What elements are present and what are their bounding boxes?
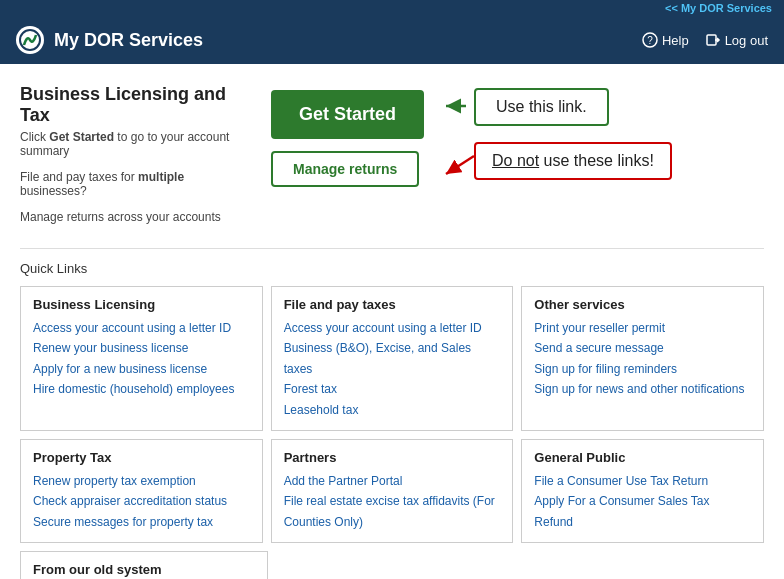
get-started-button[interactable]: Get Started bbox=[271, 90, 424, 139]
top-bar: << My DOR Services bbox=[0, 0, 784, 16]
bl-link-2[interactable]: Apply for a new business license bbox=[33, 359, 250, 379]
os-link-2[interactable]: Sign up for filing reminders bbox=[534, 359, 751, 379]
svg-line-5 bbox=[446, 156, 474, 174]
gp-link-1[interactable]: Apply For a Consumer Sales Tax Refund bbox=[534, 491, 751, 532]
business-heading: Business Licensing and Tax bbox=[20, 84, 251, 126]
my-dor-link[interactable]: << My DOR Services bbox=[665, 2, 772, 14]
card-other-services: Other services Print your reseller permi… bbox=[521, 286, 764, 431]
card-heading-1: File and pay taxes bbox=[284, 297, 501, 312]
header: My DOR Services ? Help Log out bbox=[0, 16, 784, 64]
multiple-text: File and pay taxes for multiple business… bbox=[20, 170, 251, 198]
fpt-link-3[interactable]: Leasehold tax bbox=[284, 400, 501, 420]
logout-button[interactable]: Log out bbox=[705, 32, 768, 48]
os-link-0[interactable]: Print your reseller permit bbox=[534, 318, 751, 338]
gp-link-0[interactable]: File a Consumer Use Tax Return bbox=[534, 471, 751, 491]
card-business-licensing: Business Licensing Access your account u… bbox=[20, 286, 263, 431]
help-button[interactable]: ? Help bbox=[642, 32, 689, 48]
header-title: My DOR Services bbox=[54, 30, 203, 51]
quick-links-title: Quick Links bbox=[20, 261, 764, 276]
card-heading-2: Other services bbox=[534, 297, 751, 312]
business-info: Business Licensing and Tax Click Get Sta… bbox=[20, 84, 251, 236]
use-this-link-callout: Use this link. bbox=[474, 88, 609, 126]
p-link-1[interactable]: File real estate excise tax affidavits (… bbox=[284, 491, 501, 532]
pt-link-1[interactable]: Check appraiser accreditation status bbox=[33, 491, 250, 511]
card-heading-4: Partners bbox=[284, 450, 501, 465]
p-link-0[interactable]: Add the Partner Portal bbox=[284, 471, 501, 491]
bl-link-1[interactable]: Renew your business license bbox=[33, 338, 250, 358]
bl-link-3[interactable]: Hire domestic (household) employees bbox=[33, 379, 250, 399]
manage-returns-button[interactable]: Manage returns bbox=[271, 151, 419, 187]
quick-links-grid: Business Licensing Access your account u… bbox=[20, 286, 764, 543]
os-link-3[interactable]: Sign up for news and other notifications bbox=[534, 379, 751, 399]
fpt-link-1[interactable]: Business (B&O), Excise, and Sales taxes bbox=[284, 338, 501, 379]
card-heading-5: General Public bbox=[534, 450, 751, 465]
os-link-1[interactable]: Send a secure message bbox=[534, 338, 751, 358]
from-old-system-card: From our old system View secure emails s… bbox=[20, 551, 268, 579]
logout-label: Log out bbox=[725, 33, 768, 48]
svg-text:?: ? bbox=[647, 35, 653, 46]
fpt-link-2[interactable]: Forest tax bbox=[284, 379, 501, 399]
card-heading-0: Business Licensing bbox=[33, 297, 250, 312]
card-property-tax: Property Tax Renew property tax exemptio… bbox=[20, 439, 263, 543]
do-not-use-callout: Do not use these links! bbox=[474, 142, 672, 180]
svg-rect-3 bbox=[707, 35, 716, 45]
header-logo bbox=[16, 26, 44, 54]
fpt-link-0[interactable]: Access your account using a letter ID bbox=[284, 318, 501, 338]
pt-link-2[interactable]: Secure messages for property tax bbox=[33, 512, 250, 532]
card-general-public: General Public File a Consumer Use Tax R… bbox=[521, 439, 764, 543]
quick-links-section: Quick Links Business Licensing Access yo… bbox=[20, 261, 764, 579]
manage-text: Manage returns across your accounts bbox=[20, 210, 251, 224]
card-file-pay-taxes: File and pay taxes Access your account u… bbox=[271, 286, 514, 431]
bl-link-0[interactable]: Access your account using a letter ID bbox=[33, 318, 250, 338]
business-subtext: Click Get Started to go to your account … bbox=[20, 130, 251, 158]
help-label: Help bbox=[662, 33, 689, 48]
card-partners: Partners Add the Partner Portal File rea… bbox=[271, 439, 514, 543]
old-system-heading: From our old system bbox=[33, 562, 255, 577]
pt-link-0[interactable]: Renew property tax exemption bbox=[33, 471, 250, 491]
card-heading-3: Property Tax bbox=[33, 450, 250, 465]
